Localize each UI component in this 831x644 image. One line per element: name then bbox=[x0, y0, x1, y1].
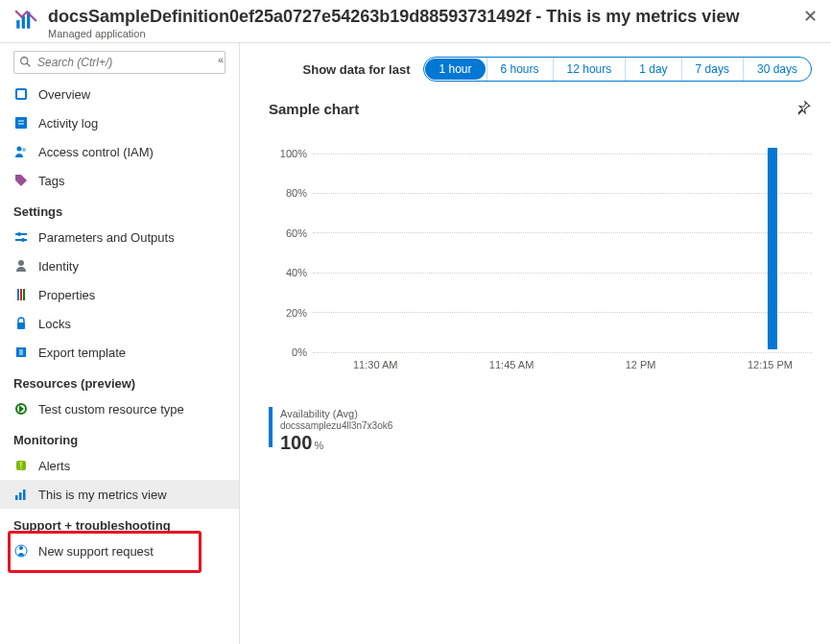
svg-rect-0 bbox=[16, 20, 19, 29]
metrics-icon bbox=[13, 8, 38, 33]
sidebar-group-resources: Resources (preview) bbox=[0, 367, 239, 394]
sidebar-item-label: Test custom resource type bbox=[38, 402, 184, 417]
chart-bar bbox=[768, 148, 777, 349]
search-icon bbox=[19, 56, 32, 71]
sidebar-item-label: Alerts bbox=[38, 459, 70, 473]
page-title: docsSampleDefinition0ef25a0727e54263b19d… bbox=[48, 6, 799, 27]
sidebar-item-label: New support request bbox=[38, 544, 154, 559]
sidebar-item-label: Tags bbox=[38, 174, 64, 188]
time-range-selector: Show data for last 1 hour 6 hours 12 hou… bbox=[269, 57, 812, 82]
sidebar-item-custom-resource[interactable]: Test custom resource type bbox=[0, 394, 239, 423]
sidebar-item-label: This is my metrics view bbox=[38, 488, 167, 502]
xtick-label: 12:15 PM bbox=[748, 359, 793, 370]
svg-rect-25 bbox=[15, 495, 18, 500]
time-range-pills: 1 hour 6 hours 12 hours 1 day 7 days 30 … bbox=[423, 57, 812, 82]
svg-rect-18 bbox=[20, 289, 22, 300]
sidebar-item-label: Properties bbox=[38, 288, 95, 302]
svg-rect-26 bbox=[19, 492, 22, 500]
sidebar-item-overview[interactable]: Overview bbox=[0, 80, 239, 108]
close-icon[interactable]: ✕ bbox=[799, 6, 821, 27]
legend-metric: Availability (Avg) bbox=[280, 407, 392, 420]
sidebar-item-alerts[interactable]: ! Alerts bbox=[0, 451, 239, 480]
legend-resource: docssamplezu4ll3n7x3ok6 bbox=[280, 420, 392, 432]
chart-plot bbox=[315, 148, 802, 349]
svg-text:!: ! bbox=[20, 461, 23, 471]
custom-resource-icon bbox=[13, 401, 29, 417]
properties-icon bbox=[13, 287, 29, 302]
ytick-label: 60% bbox=[269, 227, 313, 239]
sidebar-item-label: Parameters and Outputs bbox=[38, 230, 175, 245]
time-range-option-7d[interactable]: 7 days bbox=[681, 58, 743, 81]
sidebar-item-access-control[interactable]: Access control (IAM) bbox=[0, 137, 239, 166]
support-icon bbox=[13, 543, 29, 559]
tags-icon bbox=[13, 173, 29, 188]
time-range-option-1h[interactable]: 1 hour bbox=[425, 59, 485, 80]
chart-legend: Availability (Avg) docssamplezu4ll3n7x3o… bbox=[269, 407, 812, 454]
svg-rect-27 bbox=[23, 489, 26, 500]
sidebar-item-label: Locks bbox=[38, 317, 71, 331]
svg-rect-17 bbox=[17, 289, 19, 300]
svg-rect-7 bbox=[15, 117, 27, 129]
sidebar-item-label: Export template bbox=[38, 346, 126, 360]
svg-point-16 bbox=[18, 260, 24, 266]
time-range-option-30d[interactable]: 30 days bbox=[743, 58, 811, 81]
ytick-label: 20% bbox=[269, 307, 313, 319]
time-range-label: Show data for last bbox=[303, 62, 411, 77]
sidebar-item-metrics-view[interactable]: This is my metrics view bbox=[0, 480, 239, 509]
sidebar-item-activity-log[interactable]: Activity log bbox=[0, 108, 239, 137]
ytick-label: 100% bbox=[269, 148, 313, 159]
svg-point-29 bbox=[19, 546, 23, 550]
ytick-label: 80% bbox=[269, 187, 313, 199]
main-content: Show data for last 1 hour 6 hours 12 hou… bbox=[240, 43, 831, 644]
svg-point-3 bbox=[21, 58, 28, 64]
blade-header: docsSampleDefinition0ef25a0727e54263b19d… bbox=[0, 0, 831, 43]
legend-color-swatch bbox=[269, 407, 273, 447]
identity-icon bbox=[13, 258, 29, 274]
sidebar-item-label: Activity log bbox=[38, 116, 98, 131]
chart-title: Sample chart bbox=[269, 101, 359, 117]
svg-point-10 bbox=[17, 147, 22, 152]
sidebar-item-label: Identity bbox=[38, 259, 79, 274]
svg-point-15 bbox=[21, 238, 25, 242]
svg-rect-19 bbox=[23, 289, 25, 300]
search-input[interactable] bbox=[13, 51, 226, 74]
lock-icon bbox=[13, 316, 29, 331]
sidebar-item-export-template[interactable]: Export template bbox=[0, 338, 239, 367]
time-range-option-12h[interactable]: 12 hours bbox=[553, 58, 626, 81]
svg-point-11 bbox=[22, 148, 26, 152]
xtick-label: 12 PM bbox=[626, 359, 656, 370]
sidebar-group-support: Support + troubleshooting bbox=[0, 509, 239, 537]
collapse-sidebar-icon[interactable]: « bbox=[218, 54, 224, 65]
sidebar-item-label: Access control (IAM) bbox=[38, 145, 154, 159]
sidebar-item-properties[interactable]: Properties bbox=[0, 280, 239, 309]
sidebar-item-identity[interactable]: Identity bbox=[0, 251, 239, 280]
time-range-option-6h[interactable]: 6 hours bbox=[487, 58, 553, 81]
xtick-label: 11:45 AM bbox=[489, 359, 534, 370]
sidebar-group-monitoring: Monitoring bbox=[0, 423, 239, 451]
sidebar-item-tags[interactable]: Tags bbox=[0, 166, 239, 195]
sidebar: « Overview Activity log Access control (… bbox=[0, 43, 240, 644]
activity-log-icon bbox=[13, 115, 29, 131]
legend-unit: % bbox=[314, 440, 323, 451]
access-control-icon bbox=[13, 144, 29, 159]
sidebar-item-parameters[interactable]: Parameters and Outputs bbox=[0, 223, 239, 251]
metrics-view-icon bbox=[13, 487, 29, 502]
export-template-icon bbox=[13, 345, 29, 360]
parameters-icon bbox=[13, 229, 29, 245]
chart-xaxis: 11:30 AM 11:45 AM 12 PM 12:15 PM bbox=[315, 355, 812, 370]
sidebar-item-new-support-request[interactable]: New support request bbox=[0, 537, 239, 565]
alerts-icon: ! bbox=[13, 458, 29, 473]
xtick-label: 11:30 AM bbox=[353, 359, 397, 370]
pin-icon[interactable] bbox=[795, 99, 812, 119]
svg-rect-6 bbox=[17, 90, 25, 98]
sidebar-group-settings: Settings bbox=[0, 195, 239, 223]
svg-point-14 bbox=[17, 232, 21, 236]
legend-value: 100 bbox=[280, 432, 312, 453]
sidebar-item-locks[interactable]: Locks bbox=[0, 309, 239, 338]
time-range-option-1d[interactable]: 1 day bbox=[625, 58, 680, 81]
svg-rect-20 bbox=[17, 322, 25, 329]
sidebar-item-label: Overview bbox=[38, 87, 90, 102]
page-subtitle: Managed application bbox=[48, 27, 799, 40]
svg-line-4 bbox=[27, 63, 30, 66]
ytick-label: 40% bbox=[269, 267, 313, 278]
